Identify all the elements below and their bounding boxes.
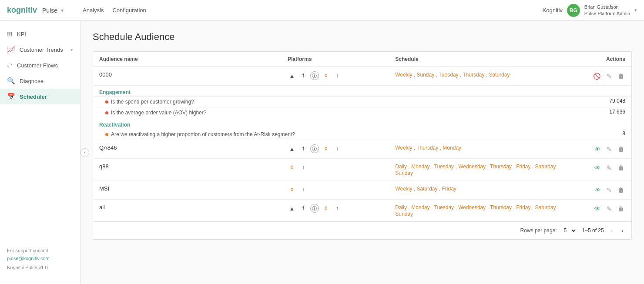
schedule-cell: Daily , Monday , Tuesday , Wednesday , T…: [389, 159, 577, 181]
hide-icon[interactable]: 🚫: [592, 71, 602, 81]
sidebar-item-label: Diagnose: [20, 78, 44, 84]
edit-icon[interactable]: ✎: [605, 163, 613, 173]
actions-cell: 👁✎🗑: [577, 181, 631, 200]
view-icon[interactable]: 👁: [593, 185, 602, 195]
schedule-text: Weekly , Saturday , Friday: [395, 186, 456, 192]
delete-icon[interactable]: 🗑: [617, 185, 625, 195]
audience-name-cell: all: [93, 200, 282, 222]
schedule-cell: Daily , Monday , Tuesday , Wednesday , T…: [389, 200, 577, 222]
platform-icons: ▲fⓘ¢↑: [288, 71, 383, 80]
audience-name-cell: QA846: [93, 140, 282, 159]
col-platforms: Platforms: [282, 52, 389, 67]
sidebar-item-scheduler[interactable]: 📅 Scheduler: [0, 89, 80, 104]
platforms-cell: ▲fⓘ¢↑: [282, 140, 389, 159]
question-dot: [105, 111, 108, 114]
org-label: Kognitiv: [543, 7, 563, 13]
product-chevron[interactable]: ▾: [61, 7, 64, 13]
user-chevron[interactable]: ▾: [634, 7, 637, 13]
delete-icon[interactable]: 🗑: [617, 204, 625, 214]
audience-name: 0000: [99, 71, 112, 78]
question-text: Are we reactivating a higher proportion …: [111, 131, 295, 137]
sidebar-item-kpi[interactable]: ⊞ KPI: [0, 26, 80, 42]
sidebar-footer: For support contact pulse@kognitiv.com K…: [0, 240, 80, 279]
audience-name-cell: 0000: [93, 67, 282, 86]
schedule-cell: Weekly , Saturday , Friday: [389, 181, 577, 200]
edit-icon[interactable]: ✎: [605, 204, 613, 214]
audience-name: q88: [99, 163, 109, 170]
nav-configuration[interactable]: Configuration: [112, 5, 146, 15]
sidebar-item-customer-trends[interactable]: 📈 Customer Trends ▾: [0, 42, 80, 57]
audience-name: MSI: [99, 185, 109, 192]
question-text: Is the average order value (AOV) higher?: [111, 110, 206, 116]
section-header-row: Engagement: [93, 86, 631, 97]
logo-area: kognitiv Pulse ▾: [7, 6, 64, 15]
platforms-cell: ▲fⓘ¢↑: [282, 200, 389, 222]
nav-analysis[interactable]: Analysis: [83, 5, 104, 15]
col-audience-name: Audience name: [93, 52, 282, 67]
question-dot: [105, 133, 108, 136]
actions-container: 👁✎🗑: [584, 163, 625, 173]
diagnose-icon: 🔍: [7, 77, 15, 85]
question-row: Is the average order value (AOV) higher?…: [93, 107, 631, 118]
question: Is the spend per customer growing?: [105, 98, 571, 106]
top-nav-links: Analysis Configuration: [83, 5, 146, 15]
trends-icon: 📈: [7, 46, 15, 53]
edit-icon[interactable]: ✎: [605, 185, 613, 195]
platform-icons: ▲fⓘ¢↑: [288, 204, 383, 213]
audience-name: QA846: [99, 144, 117, 151]
next-page-button[interactable]: ›: [620, 226, 625, 235]
table-row: MSI ¢↑ Weekly , Saturday , Friday 👁✎🗑: [93, 181, 631, 200]
actions-container: 👁✎🗑: [584, 144, 625, 154]
platforms-cell: ▲fⓘ¢↑: [282, 67, 389, 86]
count-cell: 8: [577, 129, 631, 140]
sidebar-item-label: Customer Flows: [17, 62, 58, 69]
delete-icon[interactable]: 🗑: [617, 163, 625, 173]
edit-icon[interactable]: ✎: [605, 71, 613, 81]
view-icon[interactable]: 👁: [593, 204, 602, 214]
rows-per-page-select[interactable]: 51025: [562, 227, 577, 234]
audience-name-cell: MSI: [93, 181, 282, 200]
table-row: q88 ¢↑ Daily , Monday , Tuesday , Wednes…: [93, 159, 631, 181]
schedule-text: Weekly , Sunday , Tuesday , Thursday , S…: [395, 72, 510, 78]
user-name: Brian Gustafson: [584, 4, 630, 10]
version-label: Kognitiv Pulse v1.0: [7, 264, 73, 272]
schedule-text: Daily , Monday , Tuesday , Wednesday , T…: [395, 204, 559, 217]
edit-icon[interactable]: ✎: [605, 144, 613, 154]
sidebar-item-label: KPI: [17, 31, 26, 37]
question-cell: Is the average order value (AOV) higher?: [93, 107, 577, 118]
main-content: Schedule Audience Audience name Platform…: [80, 21, 644, 284]
view-icon[interactable]: 👁: [593, 144, 602, 154]
audience-name: all: [99, 204, 105, 210]
audience-name-cell: q88: [93, 159, 282, 181]
user-title: Pulse Platform Admin: [584, 10, 630, 17]
delete-icon[interactable]: 🗑: [617, 144, 625, 154]
support-email[interactable]: pulse@kognitiv.com: [7, 255, 73, 263]
table-row: all ▲fⓘ¢↑ Daily , Monday , Tuesday , Wed…: [93, 200, 631, 222]
sidebar-item-customer-flows[interactable]: ⇌ Customer Flows: [0, 57, 80, 73]
delete-icon[interactable]: 🗑: [617, 71, 625, 81]
question-cell: Is the spend per customer growing?: [93, 97, 577, 107]
sidebar-collapse-button[interactable]: ‹: [80, 148, 89, 157]
pagination-row: Rows per page: 51025 1–5 of 25 ‹ ›: [93, 222, 631, 240]
sidebar-item-diagnose[interactable]: 🔍 Diagnose: [0, 73, 80, 89]
kpi-icon: ⊞: [7, 30, 13, 38]
trends-chevron: ▾: [70, 47, 73, 53]
audience-table: Audience name Platforms Schedule Actions…: [93, 51, 632, 240]
view-icon[interactable]: 👁: [593, 163, 602, 173]
main-layout: ‹ ⊞ KPI 📈 Customer Trends ▾ ⇌ Customer F…: [0, 21, 644, 284]
platforms-cell: ¢↑: [282, 159, 389, 181]
pagination-cell: Rows per page: 51025 1–5 of 25 ‹ ›: [93, 222, 631, 240]
prev-page-button[interactable]: ‹: [609, 226, 615, 235]
actions-container: 👁✎🗑: [584, 185, 625, 195]
count-cell: 79,048: [577, 97, 631, 107]
sidebar-item-label: Customer Trends: [20, 47, 63, 53]
actions-container: 🚫✎🗑: [584, 71, 625, 81]
table-header-row: Audience name Platforms Schedule Actions: [93, 52, 631, 67]
sidebar: ‹ ⊞ KPI 📈 Customer Trends ▾ ⇌ Customer F…: [0, 21, 80, 284]
schedule-text: Daily , Monday , Tuesday , Wednesday , T…: [395, 164, 559, 176]
support-label: For support contact: [7, 247, 73, 255]
section-label: Reactivation: [93, 118, 631, 129]
table-row: QA846 ▲fⓘ¢↑ Weekly , Thursday , Monday 👁…: [93, 140, 631, 159]
question-row: Is the spend per customer growing? 79,04…: [93, 97, 631, 107]
section-label: Engagement: [93, 86, 631, 97]
